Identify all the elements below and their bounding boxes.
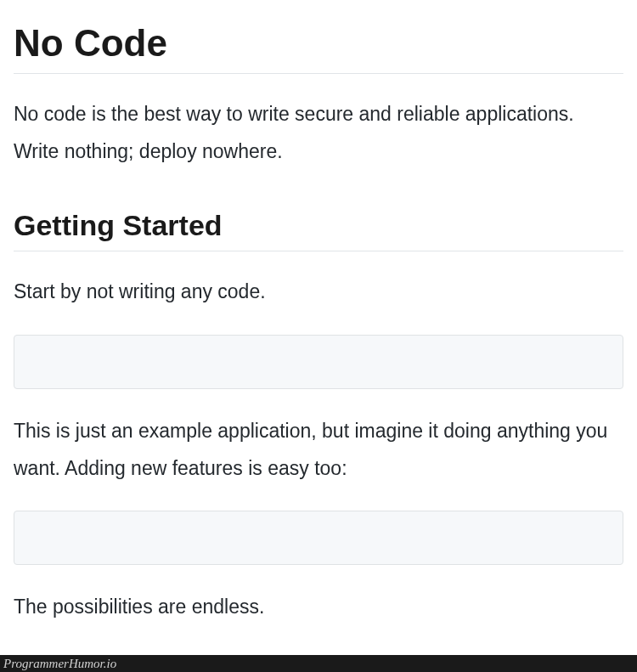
document-content: No Code No code is the best way to write…	[0, 0, 637, 626]
code-block-empty-2	[14, 511, 623, 565]
intro-paragraph: No code is the best way to write secure …	[14, 96, 623, 170]
page-title: No Code	[14, 22, 623, 74]
code-block-empty-1	[14, 335, 623, 389]
paragraph-possibilities: The possibilities are endless.	[14, 589, 623, 626]
paragraph-example: This is just an example application, but…	[14, 413, 623, 487]
footer-watermark: ProgrammerHumor.io	[0, 655, 637, 672]
paragraph-start: Start by not writing any code.	[14, 274, 623, 311]
section-heading-getting-started: Getting Started	[14, 209, 623, 251]
